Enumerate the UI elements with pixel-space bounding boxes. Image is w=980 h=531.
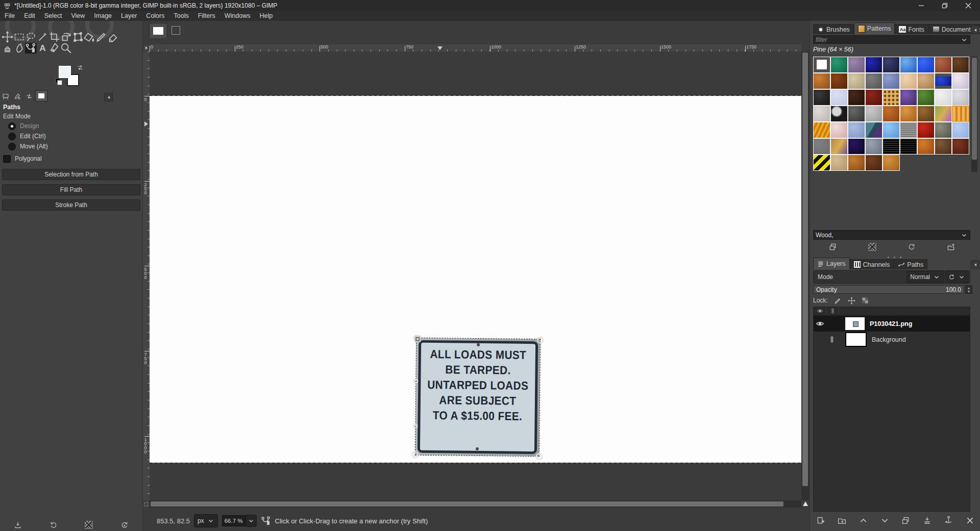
path-handle-top-right[interactable] xyxy=(537,337,544,343)
image-tab[interactable] xyxy=(149,23,167,38)
radio-dot[interactable] xyxy=(8,133,16,140)
menu-view[interactable]: View xyxy=(66,11,89,21)
pattern-swatch[interactable] xyxy=(830,57,848,73)
horizontal-scrollbar-thumb[interactable] xyxy=(151,501,783,507)
patterns-tab-brushes[interactable]: Brushes xyxy=(813,24,854,34)
pattern-swatch[interactable] xyxy=(830,138,848,155)
menu-windows[interactable]: Windows xyxy=(220,11,255,21)
pattern-swatch[interactable] xyxy=(848,89,865,106)
pattern-swatch[interactable] xyxy=(865,155,883,171)
new-layer-button[interactable] xyxy=(813,515,828,526)
menu-filters[interactable]: Filters xyxy=(193,11,220,21)
reset-defaults-button[interactable] xyxy=(118,520,131,530)
unit-dropdown[interactable]: px xyxy=(194,514,218,527)
vertical-ruler[interactable]: 02505007501000 xyxy=(143,52,150,500)
pattern-swatch[interactable] xyxy=(952,138,969,155)
merge-down-button[interactable] xyxy=(920,515,935,526)
pattern-swatch[interactable] xyxy=(952,73,969,89)
polygonal-checkbox[interactable] xyxy=(3,155,11,163)
vertical-scrollbar-thumb[interactable] xyxy=(802,53,808,486)
rotate-tool[interactable] xyxy=(60,32,72,42)
patterns-tab-patterns[interactable]: Patterns xyxy=(854,22,895,34)
pattern-swatch[interactable] xyxy=(883,57,900,73)
filter-chevron-icon[interactable] xyxy=(961,36,968,43)
pattern-swatch[interactable] xyxy=(935,122,952,138)
opacity-spinner[interactable]: ▲▼ xyxy=(965,285,972,294)
navigation-button[interactable] xyxy=(801,500,809,508)
pattern-grid-scrollbar[interactable] xyxy=(971,57,977,172)
dock-tab-tool-options[interactable] xyxy=(0,91,12,102)
pattern-swatch[interactable] xyxy=(900,138,917,155)
pattern-swatch[interactable] xyxy=(865,122,883,138)
pattern-swatch[interactable] xyxy=(952,106,969,122)
new-layer-group-button[interactable] xyxy=(835,515,850,526)
menu-edit[interactable]: Edit xyxy=(19,11,40,21)
free-select-tool[interactable] xyxy=(25,32,37,42)
opacity-slider[interactable]: Opacity 100.0 xyxy=(813,285,964,294)
sign-layer[interactable]: ALL LOADS MUSTBE TARPED.UNTARPED LOADSAR… xyxy=(415,338,540,457)
pattern-swatch[interactable] xyxy=(830,155,848,171)
pattern-swatch[interactable] xyxy=(917,138,935,155)
pattern-swatch[interactable] xyxy=(900,57,917,73)
link-column-icon[interactable] xyxy=(826,307,839,315)
quick-mask-toggle[interactable] xyxy=(143,500,150,508)
pattern-swatch[interactable] xyxy=(848,73,865,89)
vertical-scrollbar[interactable] xyxy=(801,52,809,500)
delete-checker-button[interactable] xyxy=(82,520,95,530)
pattern-swatch[interactable] xyxy=(865,89,883,106)
restore-preset-button[interactable] xyxy=(47,520,60,530)
paintbrush-tool[interactable] xyxy=(95,32,107,42)
layer-link-toggle[interactable] xyxy=(826,336,838,343)
layers-panel-menu-button[interactable] xyxy=(971,260,979,269)
canvas-viewport[interactable]: ALL LOADS MUSTBE TARPED.UNTARPED LOADSAR… xyxy=(150,52,801,500)
pattern-swatch[interactable] xyxy=(848,122,865,138)
zoom-dropdown-button[interactable] xyxy=(246,515,257,527)
pattern-swatch[interactable] xyxy=(883,155,900,171)
text-tool[interactable]: A xyxy=(37,43,48,54)
lock-alpha-icon[interactable] xyxy=(862,297,869,304)
lower-layer-button[interactable] xyxy=(877,515,892,526)
pattern-swatch[interactable] xyxy=(813,122,830,138)
delete-pattern-button[interactable] xyxy=(866,242,879,252)
ruler-corner-menu-button[interactable] xyxy=(143,44,150,52)
zoom-value-box[interactable]: 66.7 % xyxy=(222,515,246,526)
pattern-swatch[interactable] xyxy=(830,89,848,106)
pattern-swatch[interactable] xyxy=(883,106,900,122)
pattern-swatch[interactable] xyxy=(865,106,883,122)
open-pattern-as-image-button[interactable] xyxy=(944,242,958,252)
move-tool[interactable] xyxy=(2,32,13,42)
pattern-swatch[interactable] xyxy=(917,89,935,106)
menu-file[interactable]: File xyxy=(0,11,19,21)
pattern-swatch[interactable] xyxy=(917,122,935,138)
restore-button[interactable] xyxy=(933,0,957,11)
radio-dot[interactable] xyxy=(8,143,16,150)
smudge-tool[interactable] xyxy=(13,43,25,54)
pattern-swatch[interactable] xyxy=(952,122,969,138)
image-canvas[interactable]: ALL LOADS MUSTBE TARPED.UNTARPED LOADSAR… xyxy=(150,96,801,463)
pattern-swatch[interactable] xyxy=(813,73,830,89)
pattern-swatch[interactable] xyxy=(813,89,830,106)
raise-layer-button[interactable] xyxy=(855,515,871,526)
layers-tab-channels[interactable]: Channels xyxy=(850,259,894,269)
pattern-swatch[interactable] xyxy=(952,89,969,106)
path-anchor-left-1[interactable] xyxy=(413,379,418,384)
menu-layer[interactable]: Layer xyxy=(116,11,141,21)
pattern-filter-input[interactable]: filter xyxy=(813,35,970,44)
menu-colors[interactable]: Colors xyxy=(141,11,169,21)
duplicate-layer-button[interactable] xyxy=(898,515,914,526)
pattern-swatch[interactable] xyxy=(848,57,865,73)
pattern-swatch[interactable] xyxy=(935,73,952,89)
pattern-swatch[interactable] xyxy=(883,73,900,89)
pattern-name-chevron-icon[interactable] xyxy=(961,232,968,239)
pattern-swatch[interactable] xyxy=(813,57,830,73)
layers-tab-paths[interactable]: Paths xyxy=(894,259,927,269)
layer-row-background[interactable]: Background xyxy=(814,332,970,347)
minimize-button[interactable] xyxy=(910,0,933,11)
pattern-swatch[interactable] xyxy=(900,106,917,122)
lock-move-icon[interactable] xyxy=(848,297,855,305)
edit-mode-move[interactable]: Move (Alt) xyxy=(8,141,142,151)
delete-layer-button[interactable] xyxy=(962,515,977,526)
pattern-swatch[interactable] xyxy=(813,106,830,122)
crop-tool[interactable] xyxy=(48,32,60,42)
mode-dropdown[interactable]: Normal xyxy=(906,271,944,283)
